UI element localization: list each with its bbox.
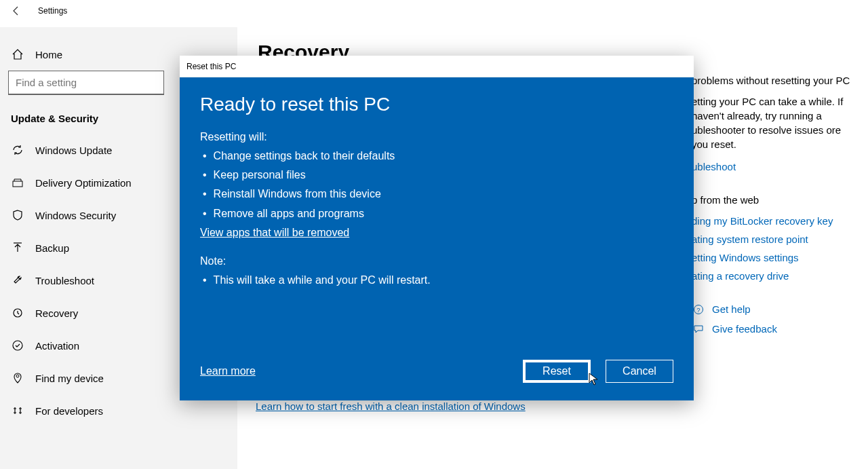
web-link[interactable]: ding my BitLocker recovery key bbox=[692, 214, 854, 228]
sync-icon bbox=[11, 143, 24, 157]
web-link[interactable]: ating a recovery drive bbox=[692, 269, 854, 283]
sidebar-item-label: Backup bbox=[35, 242, 69, 254]
sidebar-item-label: Windows Security bbox=[35, 210, 116, 221]
feedback-icon bbox=[692, 322, 705, 336]
svg-point-8 bbox=[16, 375, 19, 377]
search-input[interactable] bbox=[8, 71, 164, 95]
svg-text:?: ? bbox=[696, 307, 700, 314]
sidebar-home-label: Home bbox=[35, 49, 62, 60]
get-help-link[interactable]: Get help bbox=[712, 302, 751, 316]
location-icon bbox=[11, 371, 24, 385]
reset-pc-dialog: Reset this PC Ready to reset this PC Res… bbox=[180, 56, 694, 400]
recovery-icon bbox=[11, 306, 24, 320]
web-link[interactable]: ating system restore point bbox=[692, 232, 854, 246]
fix-heading: problems without resetting your PC bbox=[692, 73, 854, 88]
web-help-heading: p from the web bbox=[692, 193, 854, 207]
sidebar-item-label: For developers bbox=[35, 405, 103, 417]
note-bullet: This will take a while and your PC will … bbox=[203, 271, 673, 290]
backup-icon bbox=[11, 241, 24, 255]
shield-icon bbox=[11, 208, 24, 222]
clean-install-link[interactable]: Learn how to start fresh with a clean in… bbox=[256, 400, 526, 412]
wrench-icon bbox=[11, 274, 24, 287]
note-label: Note: bbox=[200, 252, 673, 271]
dialog-titlebar: Reset this PC bbox=[180, 56, 694, 77]
dialog-heading: Ready to reset this PC bbox=[200, 94, 673, 115]
reset-bullet: Change settings back to their defaults bbox=[203, 147, 673, 166]
fix-body: etting your PC can take a while. If have… bbox=[692, 94, 854, 151]
sidebar-item-label: Troubleshoot bbox=[35, 275, 94, 286]
right-column: problems without resetting your PC ettin… bbox=[692, 73, 854, 341]
learn-more-link[interactable]: Learn more bbox=[200, 365, 256, 377]
resetting-label: Resetting will: bbox=[200, 128, 673, 147]
web-link[interactable]: etting Windows settings bbox=[692, 250, 854, 265]
reset-button[interactable]: Reset bbox=[523, 360, 591, 383]
window-title: Settings bbox=[38, 6, 67, 16]
sidebar-item-label: Activation bbox=[35, 340, 79, 352]
cancel-button[interactable]: Cancel bbox=[606, 360, 673, 383]
give-feedback-link[interactable]: Give feedback bbox=[712, 322, 777, 336]
sidebar-item-label: Delivery Optimization bbox=[35, 177, 132, 189]
reset-bullet: Remove all apps and programs bbox=[203, 204, 673, 223]
help-icon: ? bbox=[692, 303, 705, 316]
check-circle-icon bbox=[11, 339, 24, 352]
reset-bullet: Reinstall Windows from this device bbox=[203, 185, 673, 204]
svg-point-7 bbox=[13, 341, 22, 350]
sidebar-item-label: Recovery bbox=[35, 307, 78, 319]
troubleshoot-link[interactable]: ubleshoot bbox=[692, 160, 736, 174]
back-button[interactable] bbox=[0, 0, 33, 22]
svg-rect-4 bbox=[13, 181, 22, 187]
sidebar-item-label: Find my device bbox=[35, 373, 104, 384]
developers-icon bbox=[11, 404, 24, 417]
home-icon bbox=[11, 48, 24, 61]
reset-bullet: Keep personal files bbox=[203, 166, 673, 185]
delivery-icon bbox=[11, 176, 24, 189]
sidebar-item-label: Windows Update bbox=[35, 145, 112, 156]
view-apps-link[interactable]: View apps that will be removed bbox=[200, 227, 349, 238]
